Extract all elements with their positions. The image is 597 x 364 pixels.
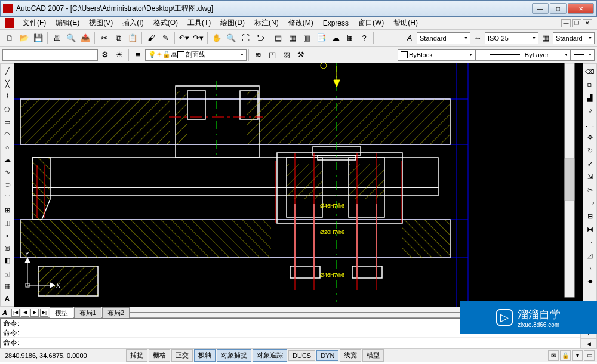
coordinates-display[interactable]: 2840.9186, 34.6875, 0.0000: [0, 352, 125, 359]
pan-icon[interactable]: ✋: [210, 32, 223, 45]
close-button[interactable]: ✕: [568, 3, 594, 14]
mtext-icon[interactable]: A: [1, 293, 13, 304]
menu-draw[interactable]: 绘图(D): [217, 17, 248, 29]
snap-toggle[interactable]: 捕捉: [126, 349, 147, 362]
command-input[interactable]: 命令:: [1, 338, 580, 347]
arc-icon[interactable]: ◠: [1, 129, 13, 140]
osnap-toggle[interactable]: 对象捕捉: [217, 349, 251, 362]
ellipse-icon[interactable]: ⬭: [1, 179, 13, 190]
tab-layout1[interactable]: 布局1: [74, 307, 101, 318]
zoom-window-icon[interactable]: ⛶: [239, 32, 252, 45]
menu-format[interactable]: 格式(O): [150, 17, 181, 29]
tab-nav-first[interactable]: |◀: [11, 309, 20, 317]
menu-dimension[interactable]: 标注(N): [251, 17, 282, 29]
explode-icon[interactable]: ✸: [584, 276, 596, 288]
color-dropdown[interactable]: ByBlock: [398, 49, 475, 61]
properties-icon[interactable]: ▤: [272, 32, 285, 45]
toolpalettes-icon[interactable]: ▥: [300, 32, 313, 45]
stretch-icon[interactable]: ⇲: [584, 171, 596, 183]
tab-nav-last[interactable]: ▶|: [40, 309, 48, 317]
menu-tools[interactable]: 工具(T): [184, 17, 214, 29]
dim-style-dropdown[interactable]: ISO-25: [485, 32, 538, 44]
help-icon[interactable]: ?: [358, 32, 371, 45]
layer-iso-icon[interactable]: ◳: [266, 48, 279, 61]
layer-properties-icon[interactable]: ⚙: [99, 48, 112, 61]
save-icon[interactable]: 💾: [32, 32, 45, 45]
circle-icon[interactable]: ○: [1, 141, 13, 153]
array-icon[interactable]: ⋮⋮: [584, 118, 596, 130]
menu-window[interactable]: 窗口(W): [355, 17, 387, 29]
lock-ui-icon[interactable]: 🔒: [560, 350, 571, 361]
sheetset-icon[interactable]: 📑: [315, 32, 328, 45]
menu-edit[interactable]: 编辑(E): [52, 17, 83, 29]
revcloud-icon[interactable]: ☁: [1, 154, 13, 165]
mdi-close-button[interactable]: ✕: [583, 19, 592, 27]
menu-insert[interactable]: 插入(I): [119, 17, 147, 29]
hatch-options-icon[interactable]: ▨: [280, 48, 293, 61]
mtext-shortcut[interactable]: A: [2, 309, 7, 316]
ortho-toggle[interactable]: 正交: [171, 349, 193, 362]
tab-layout2[interactable]: 布局2: [102, 307, 130, 318]
publish-icon[interactable]: 📤: [79, 32, 92, 45]
table-style-dropdown[interactable]: Standard: [553, 32, 595, 44]
mdi-minimize-button[interactable]: —: [561, 19, 571, 27]
polyline-icon[interactable]: ⌇: [1, 91, 13, 102]
clean-screen-icon[interactable]: ▭: [584, 350, 595, 361]
linetype-dropdown[interactable]: ByLayer: [475, 49, 571, 61]
xline-icon[interactable]: ╳: [1, 78, 13, 90]
match-properties-icon[interactable]: 🖌: [144, 32, 158, 45]
fillet-icon[interactable]: ◝: [584, 263, 596, 274]
region-icon[interactable]: ◱: [1, 268, 13, 279]
copy-object-icon[interactable]: ⧉: [584, 79, 596, 91]
otrack-toggle[interactable]: 对象追踪: [253, 349, 287, 362]
text-style-dropdown[interactable]: Standard: [417, 32, 470, 44]
hatch-icon[interactable]: ▨: [1, 242, 13, 254]
zoom-previous-icon[interactable]: ⮌: [253, 32, 266, 45]
block-editor-icon[interactable]: ✎: [159, 32, 172, 45]
layer-dropdown[interactable]: 💡☀🔓🖶 剖面线: [145, 49, 247, 61]
maximize-button[interactable]: □: [550, 3, 567, 14]
redo-icon[interactable]: ↷▾: [192, 32, 205, 45]
cut-icon[interactable]: ✂: [97, 32, 110, 45]
command-input-small[interactable]: [2, 49, 98, 61]
table-style-icon[interactable]: ▦: [539, 32, 552, 45]
erase-icon[interactable]: ⌫: [584, 66, 596, 78]
grid-toggle[interactable]: 栅格: [149, 349, 170, 362]
quickcalc-icon[interactable]: 🖩: [343, 32, 356, 45]
copy-icon[interactable]: ⧉: [112, 32, 125, 45]
new-icon[interactable]: 🗋: [3, 32, 16, 45]
rotate-icon[interactable]: ↻: [584, 144, 596, 156]
markup-icon[interactable]: ☁: [329, 32, 342, 45]
trim-icon[interactable]: ✂: [584, 184, 596, 196]
options-icon[interactable]: ⚒: [294, 48, 307, 61]
undo-icon[interactable]: ↶▾: [177, 32, 190, 45]
drawing-canvas[interactable]: Ø46H7/h6 Ø20H7/h6 Ø46H7/h6 X Y: [14, 63, 583, 307]
lineweight-dropdown[interactable]: [571, 49, 595, 61]
zoom-realtime-icon[interactable]: 🔍: [224, 32, 238, 45]
minimize-button[interactable]: —: [532, 3, 549, 14]
model-toggle[interactable]: 模型: [362, 349, 384, 362]
gradient-icon[interactable]: ◧: [1, 255, 13, 266]
plot-icon[interactable]: 🖶: [50, 32, 63, 45]
plot-preview-icon[interactable]: 🔍: [64, 32, 78, 45]
offset-icon[interactable]: ⫽: [584, 105, 596, 117]
tab-model[interactable]: 模型: [50, 307, 73, 318]
menu-help[interactable]: 帮助(H): [390, 17, 421, 29]
mirror-icon[interactable]: ▟: [584, 92, 596, 104]
spline-icon[interactable]: ∿: [1, 166, 13, 178]
polygon-icon[interactable]: ⬠: [1, 103, 13, 115]
dim-style-icon[interactable]: ↔: [471, 32, 484, 45]
polar-toggle[interactable]: 极轴: [194, 349, 216, 362]
open-icon[interactable]: 📂: [17, 32, 30, 45]
lwt-toggle[interactable]: 线宽: [340, 349, 361, 362]
menu-express[interactable]: Express: [319, 18, 352, 29]
extend-icon[interactable]: ⟶: [584, 197, 596, 209]
designcenter-icon[interactable]: ▦: [286, 32, 299, 45]
menu-modify[interactable]: 修改(M): [285, 17, 317, 29]
menu-view[interactable]: 视图(V): [85, 17, 116, 29]
break-icon[interactable]: ⧓: [584, 223, 596, 235]
layer-manager-icon[interactable]: ≡: [131, 48, 144, 61]
rectangle-icon[interactable]: ▭: [1, 116, 13, 128]
paste-icon[interactable]: 📋: [126, 32, 139, 45]
scale-icon[interactable]: ⤢: [584, 158, 596, 169]
